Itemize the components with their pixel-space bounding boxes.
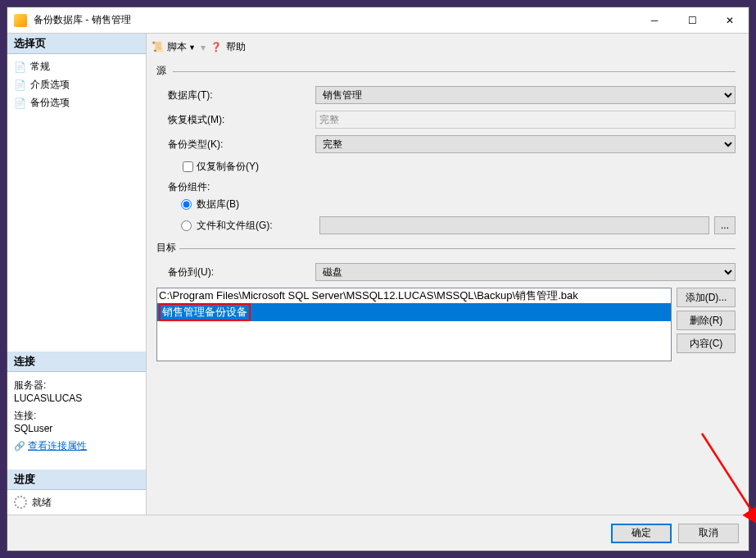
database-select[interactable]: 销售管理: [315, 86, 736, 104]
dialog-footer: 确定 取消: [7, 515, 749, 551]
dest-group-label: 目标: [156, 242, 179, 253]
destination-listbox[interactable]: C:\Program Files\Microsoft SQL Server\MS…: [156, 288, 672, 361]
help-icon: [211, 41, 224, 54]
select-page-header: 选择页: [7, 34, 146, 54]
backup-to-label: 备份到(U):: [168, 265, 315, 279]
app-icon: [14, 14, 27, 27]
sidebar-item-backup-options[interactable]: 备份选项: [14, 93, 139, 111]
ok-button[interactable]: 确定: [611, 524, 672, 543]
copy-only-label: 仅复制备份(Y): [197, 160, 259, 174]
script-icon: [152, 41, 165, 54]
view-connection-properties-link[interactable]: 查看连接属性: [28, 440, 87, 451]
backup-component-label: 备份组件:: [168, 180, 315, 194]
dialog-window: 备份数据库 - 销售管理 ─ ☐ ✕ 选择页 常规 介质选项 备份选项 连接 服…: [7, 7, 749, 551]
component-database-radio[interactable]: [181, 199, 192, 210]
component-files-radio[interactable]: [181, 220, 192, 231]
database-label: 数据库(T):: [168, 88, 315, 102]
window-title: 备份数据库 - 销售管理: [34, 13, 636, 27]
recovery-model-value: 完整: [315, 111, 736, 129]
main-panel: 脚本▼ ▾ 帮助 源 数据库(T): 销售管理 恢复模式(M): 完整 备份类型…: [147, 34, 749, 515]
sidebar: 选择页 常规 介质选项 备份选项 连接 服务器: LUCAS\LUCAS 连接:…: [7, 34, 147, 515]
backup-type-select[interactable]: 完整: [315, 135, 736, 153]
backup-type-label: 备份类型(K):: [168, 138, 315, 152]
source-group-label: 源: [156, 65, 170, 76]
server-label: 服务器:: [14, 379, 139, 392]
sidebar-item-general[interactable]: 常规: [14, 57, 139, 75]
help-button[interactable]: 帮助: [211, 40, 246, 54]
backup-to-select[interactable]: 磁盘: [315, 263, 736, 281]
connection-value: SQLuser: [14, 423, 139, 434]
files-groups-browse-button[interactable]: ...: [714, 216, 736, 234]
component-files-label: 文件和文件组(G):: [197, 219, 319, 233]
add-button[interactable]: 添加(D)...: [677, 288, 736, 307]
page-icon: [14, 78, 27, 91]
connection-label: 连接:: [14, 409, 139, 423]
files-groups-input: [319, 216, 709, 234]
page-icon: [14, 60, 27, 73]
connection-header: 连接: [7, 352, 146, 372]
contents-button[interactable]: 内容(C): [677, 333, 736, 353]
progress-spinner-icon: [14, 496, 27, 509]
sidebar-item-media-options[interactable]: 介质选项: [14, 75, 139, 93]
progress-header: 进度: [7, 470, 146, 490]
list-item[interactable]: C:\Program Files\Microsoft SQL Server\MS…: [157, 288, 671, 303]
server-value: LUCAS\LUCAS: [14, 392, 139, 404]
minimize-button[interactable]: ─: [636, 7, 673, 33]
component-database-label: 数据库(B): [197, 197, 319, 211]
script-dropdown[interactable]: 脚本▼: [152, 40, 196, 54]
remove-button[interactable]: 删除(R): [677, 311, 736, 330]
cancel-button[interactable]: 取消: [678, 524, 739, 543]
link-icon: [14, 440, 28, 451]
titlebar: 备份数据库 - 销售管理 ─ ☐ ✕: [7, 7, 749, 33]
toolbar: 脚本▼ ▾ 帮助: [152, 39, 740, 61]
copy-only-checkbox[interactable]: [183, 161, 193, 172]
list-item[interactable]: 销售管理备份设备: [157, 303, 671, 321]
page-icon: [14, 96, 27, 109]
maximize-button[interactable]: ☐: [673, 7, 711, 33]
chevron-down-icon: ▼: [188, 43, 196, 52]
recovery-model-label: 恢复模式(M):: [168, 113, 315, 127]
progress-status: 就绪: [32, 495, 52, 510]
close-button[interactable]: ✕: [711, 7, 749, 33]
